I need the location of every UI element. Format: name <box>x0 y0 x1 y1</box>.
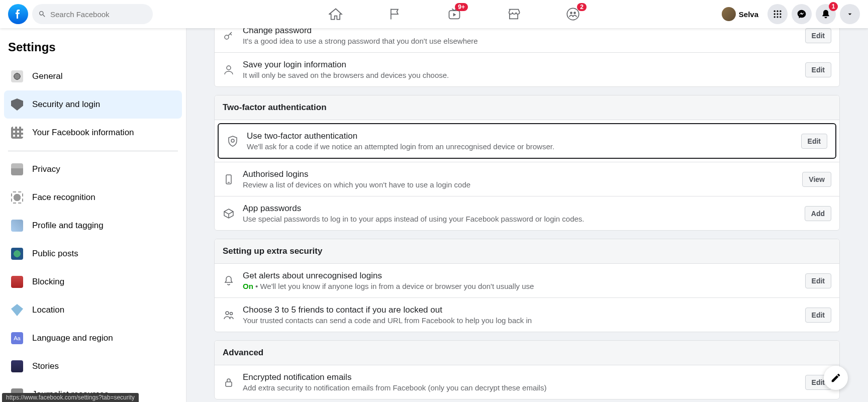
ico-info-icon <box>8 124 26 142</box>
grid-icon <box>773 9 783 19</box>
row-body: Get alerts about unrecognised logins On … <box>243 271 797 290</box>
nav-watch[interactable]: 9+ <box>427 2 482 26</box>
sidebar-item-label: Face recognition <box>32 192 95 203</box>
settings-row: Use two-factor authentication We'll ask … <box>218 123 836 159</box>
view-button[interactable]: View <box>802 172 831 187</box>
settings-row: Authorised logins Review a list of devic… <box>215 162 839 196</box>
ico-face-icon <box>8 188 26 207</box>
settings-sidebar: Settings GeneralSecurity and loginYour F… <box>0 28 186 402</box>
extra-security-section: Setting up extra security Get alerts abo… <box>214 239 840 332</box>
edit-fab[interactable] <box>824 366 848 390</box>
row-desc: Your trusted contacts can send a code an… <box>243 316 797 325</box>
row-title: Get alerts about unrecognised logins <box>243 271 797 281</box>
row-desc: Use special passwords to log in to your … <box>243 215 797 223</box>
sidebar-item-language-and-region[interactable]: AaLanguage and region <box>4 324 182 352</box>
sidebar-item-label: Profile and tagging <box>32 221 104 231</box>
nav-marketplace[interactable] <box>486 2 541 26</box>
sidebar-item-your-facebook-information[interactable]: Your Facebook information <box>4 119 182 147</box>
nav-home[interactable] <box>308 2 363 26</box>
row-body: Authorised logins Review a list of devic… <box>243 169 794 189</box>
top-header: 9+ 2 Selva 1 <box>0 0 868 28</box>
notifications-button[interactable]: 1 <box>816 4 836 24</box>
sidebar-item-privacy[interactable]: Privacy <box>4 155 182 183</box>
svg-point-15 <box>231 139 234 142</box>
row-title: App passwords <box>243 204 797 214</box>
advanced-heading: Advanced <box>215 341 839 365</box>
settings-row: Save your login information It will only… <box>215 52 839 86</box>
ico-location-icon <box>8 301 26 319</box>
svg-point-10 <box>774 16 776 18</box>
bell-icon <box>821 9 831 19</box>
home-icon <box>329 7 343 21</box>
row-body: Choose 3 to 5 friends to contact if you … <box>243 305 797 325</box>
key-icon <box>223 30 235 42</box>
svg-point-13 <box>225 35 229 39</box>
row-title: Use two-factor authentication <box>247 131 793 141</box>
svg-point-19 <box>230 312 233 315</box>
store-icon <box>507 7 521 21</box>
bell-icon <box>223 275 235 287</box>
sidebar-item-label: Your Facebook information <box>32 128 134 138</box>
search-box[interactable] <box>32 4 153 24</box>
ico-public-icon <box>8 245 26 263</box>
groups-badge: 2 <box>577 3 587 11</box>
main-content[interactable]: Change password It's a good idea to use … <box>186 28 868 402</box>
sidebar-item-general[interactable]: General <box>4 62 182 90</box>
row-title: Change password <box>243 28 797 36</box>
sidebar-divider <box>8 151 178 151</box>
sidebar-item-public-posts[interactable]: Public posts <box>4 240 182 268</box>
svg-point-1 <box>567 8 578 20</box>
ico-blocking-icon <box>8 273 26 291</box>
edit-button[interactable]: Edit <box>805 308 831 323</box>
menu-button[interactable] <box>767 4 788 24</box>
row-desc: We'll ask for a code if we notice an att… <box>247 142 793 151</box>
row-desc: It's a good idea to use a strong passwor… <box>243 37 797 45</box>
sidebar-item-label: Location <box>32 305 64 315</box>
search-input[interactable] <box>50 10 147 19</box>
row-desc: Review a list of devices on which you wo… <box>243 180 794 189</box>
svg-rect-20 <box>226 382 232 386</box>
svg-point-12 <box>780 16 781 18</box>
add-button[interactable]: Add <box>805 206 831 221</box>
edit-button[interactable]: Edit <box>801 134 827 149</box>
svg-point-3 <box>573 12 576 14</box>
sidebar-item-profile-and-tagging[interactable]: Profile and tagging <box>4 212 182 240</box>
profile-chip[interactable]: Selva <box>720 5 763 23</box>
edit-button[interactable]: Edit <box>805 62 831 77</box>
messenger-button[interactable] <box>792 4 812 24</box>
sidebar-item-label: Public posts <box>32 249 78 259</box>
watch-badge: 9+ <box>455 3 468 11</box>
row-status: On <box>243 282 253 290</box>
friends-icon <box>223 309 235 321</box>
sidebar-item-face-recognition[interactable]: Face recognition <box>4 183 182 212</box>
svg-point-6 <box>780 11 781 12</box>
sidebar-item-location[interactable]: Location <box>4 296 182 324</box>
edit-button[interactable]: Edit <box>805 273 831 288</box>
sidebar-item-blocking[interactable]: Blocking <box>4 268 182 296</box>
nav-groups[interactable]: 2 <box>545 2 601 26</box>
row-body: Change password It's a good idea to use … <box>243 28 797 45</box>
settings-row: Change password It's a good idea to use … <box>215 28 839 52</box>
sidebar-item-label: Stories <box>32 361 59 371</box>
nav-pages[interactable] <box>367 2 423 26</box>
status-url: https://www.facebook.com/settings?tab=se… <box>2 393 139 402</box>
svg-point-9 <box>780 13 781 15</box>
tfa-heading: Two-factor authentication <box>215 95 839 120</box>
sidebar-item-label: Security and login <box>32 99 100 110</box>
facebook-logo[interactable] <box>8 4 28 24</box>
shield-icon <box>227 135 239 147</box>
pencil-icon <box>830 372 841 383</box>
chevron-down-icon <box>846 10 854 18</box>
row-body: Save your login information It will only… <box>243 60 797 79</box>
account-dropdown-button[interactable] <box>840 4 860 24</box>
tfa-section: Two-factor authentication Use two-factor… <box>214 95 840 231</box>
sidebar-item-security-and-login[interactable]: Security and login <box>4 90 182 119</box>
sidebar-item-stories[interactable]: Stories <box>4 352 182 380</box>
notifications-badge: 1 <box>829 2 838 11</box>
svg-point-7 <box>774 13 776 15</box>
lock-icon <box>223 376 235 388</box>
sidebar-item-label: Language and region <box>32 333 113 343</box>
edit-button[interactable]: Edit <box>805 28 831 43</box>
settings-row: Get alerts about unrecognised logins On … <box>215 264 839 297</box>
box-icon <box>223 208 235 220</box>
